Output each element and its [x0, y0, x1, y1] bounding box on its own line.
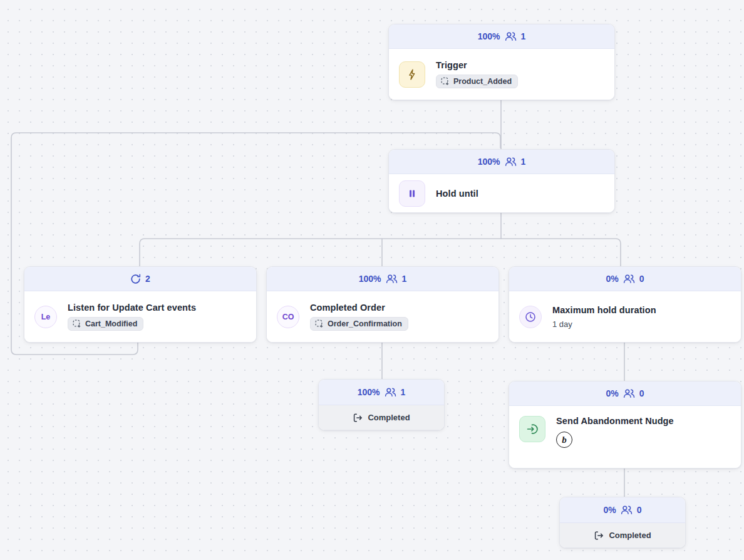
node-trigger-stats: 100% 1	[389, 24, 614, 49]
pause-icon	[399, 180, 425, 207]
node-hold-until[interactable]: 100% 1 Hold until	[388, 149, 615, 213]
count-stat: 1	[521, 157, 526, 167]
refresh-loop-icon	[130, 274, 141, 284]
percent-stat: 0%	[606, 388, 618, 398]
exit-label: Completed	[368, 413, 410, 422]
count-stat: 1	[401, 387, 406, 397]
percent-stat: 100%	[358, 387, 380, 397]
journey-canvas: 100% 1 Trigger Product_Added 100%	[0, 0, 744, 560]
percent-stat: 100%	[359, 274, 381, 284]
percent-stat: 100%	[478, 157, 500, 167]
node-completed-order-stats: 100% 1	[267, 267, 499, 291]
node-completed-order[interactable]: 100% 1 CO Completed Order Order_Confirma…	[266, 266, 499, 343]
node-listen-stats: 2	[24, 267, 256, 291]
people-icon	[505, 157, 517, 167]
node-max-hold-stats: 0% 0	[509, 267, 741, 291]
exit-icon	[594, 531, 604, 541]
people-icon	[621, 505, 633, 515]
edge-branch-horizontal	[140, 239, 621, 266]
count-stat: 0	[639, 388, 644, 398]
node-title: Maximum hold duration	[552, 305, 656, 315]
lightning-icon	[399, 61, 425, 88]
duration-value: 1 day	[552, 319, 656, 329]
node-send-stats: 0% 0	[509, 381, 741, 406]
percent-stat: 0%	[606, 274, 618, 284]
clock-icon	[519, 306, 542, 328]
node-title: Hold until	[436, 189, 478, 199]
node-max-hold-duration[interactable]: 0% 0 Maximum hold duration 1 day	[509, 266, 741, 343]
send-action-icon	[519, 416, 545, 442]
event-dashed-icon	[73, 319, 81, 328]
exit-label: Completed	[609, 531, 651, 540]
percent-stat: 0%	[603, 505, 616, 515]
node-hold-until-stats: 100% 1	[389, 150, 614, 174]
event-badge: Order_Confirmation	[310, 317, 408, 331]
exit-top-stats: 100% 1	[319, 380, 444, 405]
node-exit-completed-bottom[interactable]: 0% 0 Completed	[559, 497, 686, 548]
people-icon	[623, 388, 635, 398]
event-dashed-icon	[315, 319, 324, 328]
node-listen-update-cart[interactable]: 2 Le Listen for Update Cart events Cart_…	[24, 266, 257, 343]
exit-bottom-stats: 0% 0	[560, 497, 685, 523]
people-icon	[385, 387, 396, 397]
braze-channel-icon: b	[556, 432, 572, 448]
node-trigger[interactable]: 100% 1 Trigger Product_Added	[388, 24, 615, 100]
count-stat: 0	[637, 505, 642, 515]
people-icon	[623, 274, 635, 284]
percent-stat: 100%	[478, 31, 500, 41]
people-icon	[386, 274, 398, 284]
node-send-abandonment-nudge[interactable]: 0% 0 Send Abandonment Nudge b	[509, 381, 741, 469]
exit-icon	[353, 413, 363, 423]
event-badge: Product_Added	[436, 75, 518, 88]
event-badge: Cart_Modified	[68, 317, 143, 331]
node-title: Listen for Update Cart events	[68, 303, 196, 313]
avatar-le: Le	[34, 306, 57, 328]
node-title: Trigger	[436, 60, 518, 70]
people-icon	[505, 31, 517, 41]
node-title: Send Abandonment Nudge	[556, 416, 674, 426]
count-stat: 1	[402, 274, 407, 284]
count-stat: 2	[145, 274, 150, 284]
avatar-co: CO	[277, 306, 299, 328]
node-exit-completed-top[interactable]: 100% 1 Completed	[318, 379, 445, 430]
node-title: Completed Order	[310, 303, 408, 313]
event-dashed-icon	[441, 77, 450, 86]
count-stat: 0	[639, 274, 644, 284]
count-stat: 1	[521, 31, 526, 41]
